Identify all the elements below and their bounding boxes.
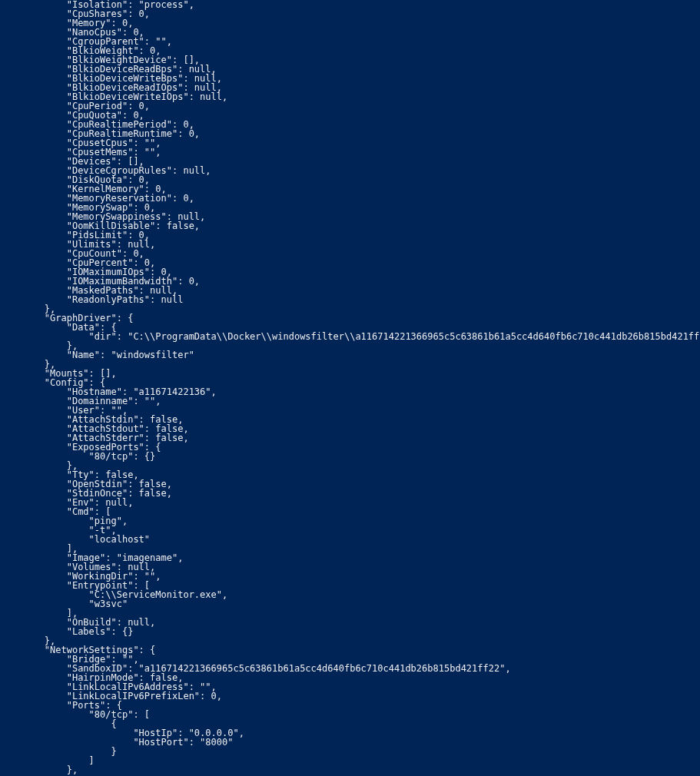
powershell-console-output: "Isolation": "process", "CpuShares": 0, … bbox=[0, 0, 700, 774]
